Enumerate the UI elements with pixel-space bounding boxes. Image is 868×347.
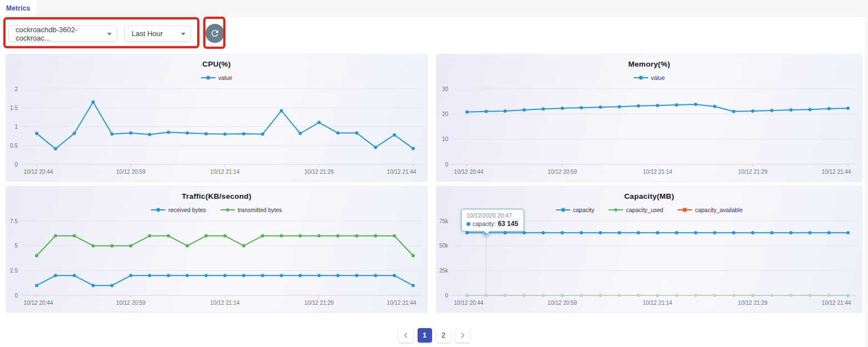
legend-item[interactable]: transmitted bytes (220, 207, 282, 213)
legend-label: transmitted bytes (238, 207, 282, 213)
legend-marker-icon (201, 75, 215, 81)
svg-text:10/12 20:59: 10/12 20:59 (116, 300, 145, 306)
svg-text:10/12 20:44: 10/12 20:44 (24, 300, 53, 306)
legend-label: capacity_used (626, 207, 663, 213)
time-range-select[interactable]: Last Hour (124, 26, 191, 42)
legend-label: capacity (573, 207, 595, 213)
chevron-right-icon (459, 332, 466, 339)
svg-text:10/12 21:44: 10/12 21:44 (387, 300, 417, 306)
page-button-1[interactable]: 1 (418, 328, 432, 343)
chevron-left-icon (403, 332, 409, 339)
chart-legend: received bytestransmitted bytes (6, 207, 427, 213)
time-range-select-value: Last Hour (132, 29, 163, 38)
chart-title: Capacity(MB) (436, 192, 862, 200)
traffic-chart-plot[interactable]: 02.557.510/12 20:4410/12 20:5910/12 21:1… (6, 187, 427, 312)
metrics-page: Metrics cockroachdb-3602-cockroac... Las… (0, 0, 868, 347)
chart-legend: value (436, 74, 862, 81)
chart-title: CPU(%) (6, 60, 427, 68)
svg-text:1.5: 1.5 (10, 105, 18, 111)
capacity-chart-card: 025k50k75k10/12 20:4410/12 20:5910/12 21… (436, 186, 862, 313)
svg-text:5: 5 (14, 243, 18, 249)
svg-text:10/12 21:44: 10/12 21:44 (822, 169, 851, 175)
svg-text:10/12 20:59: 10/12 20:59 (548, 169, 577, 175)
svg-text:10/12 20:44: 10/12 20:44 (24, 169, 53, 175)
toolbar: cockroachdb-3602-cockroac... Last Hour (0, 17, 868, 53)
chart-legend: value (6, 74, 427, 81)
svg-text:10/12 20:44: 10/12 20:44 (454, 300, 484, 306)
series-value (465, 103, 850, 114)
tab-metrics[interactable]: Metrics (0, 0, 36, 17)
chart-title: Traffic(KB/second) (6, 192, 427, 200)
node-select-value: cockroachdb-3602-cockroac... (16, 26, 103, 42)
pagination: 1 2 (0, 328, 868, 343)
svg-text:2.5: 2.5 (10, 268, 18, 274)
tooltip-value: 63 145 (498, 220, 518, 228)
cpu-chart-card: 00.511.5210/12 20:4410/12 20:5910/12 21:… (6, 54, 428, 182)
svg-text:10/12 20:59: 10/12 20:59 (116, 169, 145, 175)
series-capacity (465, 231, 850, 234)
svg-text:10/12 21:29: 10/12 21:29 (738, 169, 767, 175)
svg-text:25k: 25k (439, 268, 449, 274)
traffic-chart-card: 02.557.510/12 20:4410/12 20:5910/12 21:1… (6, 186, 428, 313)
svg-text:7.5: 7.5 (10, 218, 18, 224)
series-capacity_used (465, 294, 850, 297)
page-button-2[interactable]: 2 (436, 328, 451, 343)
svg-text:10/12 21:44: 10/12 21:44 (387, 169, 417, 175)
legend-marker-icon (151, 207, 165, 213)
refresh-button[interactable] (205, 24, 224, 43)
svg-text:10/12 21:29: 10/12 21:29 (738, 300, 767, 306)
chart-title: Memory(%) (436, 60, 862, 68)
next-page-button[interactable] (455, 328, 470, 343)
legend-item[interactable]: value (201, 74, 232, 81)
legend-item[interactable]: value (634, 74, 665, 81)
tab-bar: Metrics (0, 0, 868, 17)
series-received-bytes (35, 274, 415, 287)
svg-text:10/12 21:14: 10/12 21:14 (643, 300, 673, 306)
svg-text:0.5: 0.5 (10, 143, 18, 149)
svg-text:2: 2 (14, 86, 18, 92)
legend-label: received bytes (168, 207, 206, 213)
memory-chart-card: 010203010/12 20:4410/12 20:5910/12 21:14… (436, 54, 862, 182)
svg-text:10/12 20:59: 10/12 20:59 (548, 300, 577, 306)
chevron-down-icon (107, 33, 112, 36)
svg-text:0: 0 (445, 293, 448, 299)
memory-chart-plot[interactable]: 010203010/12 20:4410/12 20:5910/12 21:14… (436, 54, 862, 181)
refresh-icon (210, 28, 220, 38)
legend-label: capacity_available (695, 207, 742, 213)
svg-text:10/12 21:14: 10/12 21:14 (210, 169, 240, 175)
legend-label: value (218, 74, 232, 81)
chart-tooltip: 10/12/2020 20:47 capacity: 63 145 (461, 209, 524, 232)
legend-item[interactable]: capacity (556, 207, 595, 213)
svg-text:10/12 20:44: 10/12 20:44 (454, 169, 484, 175)
tooltip-series-label: capacity: (473, 220, 495, 227)
legend-item[interactable]: capacity_available (678, 207, 742, 213)
capacity-chart-plot[interactable]: 025k50k75k10/12 20:4410/12 20:5910/12 21… (436, 187, 862, 312)
node-select[interactable]: cockroachdb-3602-cockroac... (8, 26, 117, 42)
svg-text:0: 0 (445, 162, 448, 168)
svg-text:10/12 21:29: 10/12 21:29 (304, 300, 334, 306)
svg-text:10/12 21:44: 10/12 21:44 (822, 300, 851, 306)
chevron-down-icon (181, 33, 185, 36)
svg-text:30: 30 (442, 86, 449, 92)
svg-text:1: 1 (14, 124, 18, 130)
svg-text:50k: 50k (439, 243, 449, 249)
tooltip-date: 10/12/2020 20:47 (466, 212, 518, 219)
legend-label: value (651, 74, 665, 81)
legend-marker-icon (634, 75, 648, 81)
legend-marker-icon (609, 207, 623, 213)
legend-item[interactable]: received bytes (151, 207, 206, 213)
legend-marker-icon (678, 207, 692, 213)
series-dot-icon (466, 222, 470, 226)
svg-text:20: 20 (442, 111, 449, 117)
cpu-chart-plot[interactable]: 00.511.5210/12 20:4410/12 20:5910/12 21:… (6, 54, 427, 181)
svg-text:10: 10 (442, 136, 449, 142)
prev-page-button[interactable] (399, 328, 413, 343)
svg-text:10/12 21:14: 10/12 21:14 (643, 169, 673, 175)
legend-marker-icon (220, 207, 235, 213)
svg-text:0: 0 (14, 293, 18, 299)
svg-text:0: 0 (14, 162, 18, 168)
scrollbar-gutter[interactable] (865, 17, 868, 347)
svg-text:10/12 21:14: 10/12 21:14 (210, 300, 240, 306)
legend-item[interactable]: capacity_used (609, 207, 663, 213)
svg-text:75k: 75k (439, 218, 449, 224)
